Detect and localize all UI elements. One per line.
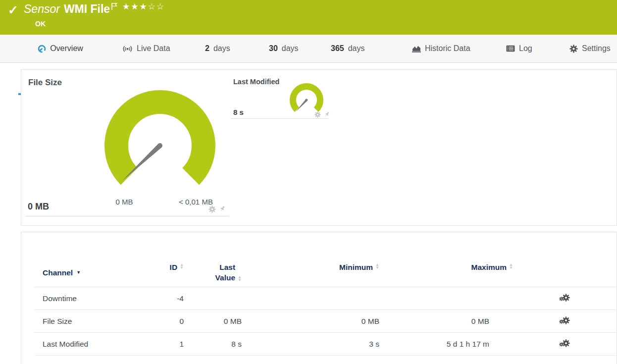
tab-historic-data[interactable]: Historic Data (412, 35, 470, 62)
column-header-id[interactable]: ID ▲▼ (142, 262, 184, 283)
tab-number: 2 (205, 44, 209, 53)
log-list-icon (506, 45, 515, 52)
last-modified-gauge (293, 86, 320, 111)
channel-settings-gears-icon[interactable] (559, 294, 570, 304)
gear-icon (569, 45, 578, 53)
last-modified-gauge-tools (314, 111, 329, 118)
table-row-file-size[interactable]: File Size 0 0 MB 0 MB 0 MB (34, 310, 616, 333)
channel-id: 1 (142, 340, 184, 349)
channels-panel: Channel ▼ ID ▲▼ Last Value ▲▼ Minimum ▲▼… (21, 232, 617, 364)
column-header-maximum[interactable]: Maximum ▲▼ (403, 262, 513, 283)
sort-icon: ▲▼ (238, 276, 242, 282)
status-check-icon: ✓ (8, 3, 18, 17)
file-size-gauge-tools (208, 206, 225, 213)
tab-label: Historic Data (425, 44, 470, 53)
gauge-scale-max: < 0,01 MB (172, 198, 219, 206)
tab-label: Live Data (137, 44, 170, 53)
table-row-downtime[interactable]: Downtime -4 (34, 287, 616, 310)
sort-icon: ▲▼ (509, 263, 513, 269)
tab-label: days (348, 44, 365, 53)
gear-icon[interactable] (314, 111, 321, 118)
sensor-header: ✓ SensorWMI File ★★★☆☆ OK (0, 0, 617, 35)
sort-icon: ▲▼ (180, 263, 184, 269)
channel-settings-gears-icon[interactable] (559, 339, 570, 349)
table-row-last-modified[interactable]: Last Modified 1 8 s 3 s 5 d 1 h 17 m (34, 333, 616, 356)
channel-name: Downtime (34, 294, 142, 303)
tab-bar: Overview Live Data 2 days 30 days 365 da… (0, 35, 617, 63)
divider (25, 216, 229, 216)
priority-stars[interactable]: ★★★☆☆ (122, 1, 165, 12)
file-size-value: 0 MB (28, 202, 49, 212)
last-modified-value: 8 s (233, 108, 244, 116)
tab-log[interactable]: Log (506, 35, 532, 62)
sort-icon: ▲▼ (375, 263, 379, 269)
gauge-icon (38, 45, 46, 53)
status-badge: OK (35, 20, 46, 28)
tab-365-days[interactable]: 365 days (331, 35, 365, 62)
tab-number: 365 (331, 44, 344, 53)
channel-id: 0 (142, 317, 184, 326)
broadcast-icon (122, 45, 133, 53)
pin-icon[interactable] (323, 110, 331, 118)
gear-icon[interactable] (208, 206, 216, 213)
channel-name: File Size (34, 317, 142, 326)
flag-icon[interactable] (111, 2, 118, 12)
channel-last-value: 0 MB (184, 317, 242, 326)
channel-settings-gears-icon[interactable] (559, 316, 570, 326)
tab-2-days[interactable]: 2 days (205, 35, 230, 62)
tab-label: Log (519, 44, 532, 53)
tab-label: Settings (582, 44, 611, 53)
sensor-kind-label: Sensor (24, 2, 60, 15)
pin-icon[interactable] (218, 205, 227, 214)
channel-maximum: 0 MB (379, 317, 489, 326)
channel-name: Last Modified (34, 340, 142, 349)
sorted-desc-icon: ▼ (76, 267, 81, 278)
file-size-gauge-title: File Size (28, 78, 62, 88)
tab-number: 30 (269, 44, 278, 53)
tab-live-data[interactable]: Live Data (122, 35, 170, 62)
file-size-gauge (116, 102, 204, 181)
column-header-channel[interactable]: Channel ▼ (34, 262, 142, 283)
column-header-last-value[interactable]: Last Value ▲▼ (184, 262, 242, 283)
page-title: SensorWMI File (24, 2, 110, 16)
gauges-panel: File Size Last Modified 0 MB < 0,01 MB 0… (21, 69, 617, 226)
tab-30-days[interactable]: 30 days (269, 35, 299, 62)
area-chart-icon (412, 45, 421, 52)
tab-settings[interactable]: Settings (569, 35, 611, 62)
column-header-minimum[interactable]: Minimum ▲▼ (242, 262, 379, 283)
tab-overview[interactable]: Overview (18, 35, 103, 62)
divider (231, 118, 329, 119)
channels-table: Channel ▼ ID ▲▼ Last Value ▲▼ Minimum ▲▼… (34, 232, 616, 356)
table-header-row: Channel ▼ ID ▲▼ Last Value ▲▼ Minimum ▲▼… (34, 232, 616, 287)
channel-maximum: 5 d 1 h 17 m (379, 340, 489, 349)
channel-last-value: 8 s (184, 340, 242, 349)
channel-id: -4 (142, 294, 184, 303)
channel-minimum: 3 s (242, 340, 379, 349)
last-modified-gauge-title: Last Modified (233, 78, 279, 86)
page: ✓ SensorWMI File ★★★☆☆ OK Overview (0, 0, 617, 364)
tab-label: Overview (50, 44, 83, 53)
tab-label: days (282, 44, 299, 53)
gauge-scale-min: 0 MB (104, 198, 144, 206)
channel-minimum: 0 MB (242, 317, 379, 326)
tab-label: days (213, 44, 230, 53)
sensor-name: WMI File (64, 2, 110, 15)
